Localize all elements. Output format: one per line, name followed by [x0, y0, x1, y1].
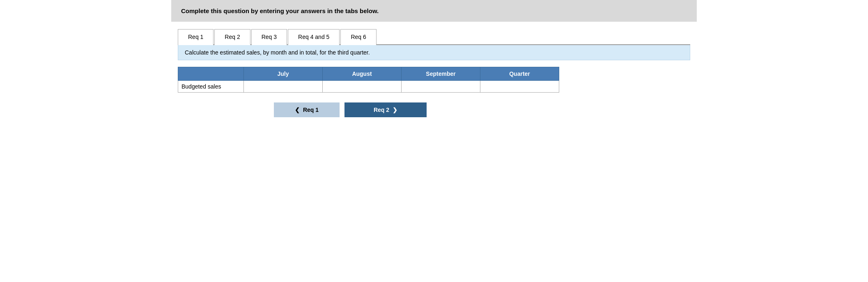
table-row: Budgeted sales [178, 81, 559, 93]
input-july[interactable] [244, 81, 322, 92]
page-wrapper: Complete this question by entering your … [171, 0, 697, 117]
input-quarter[interactable] [480, 81, 559, 92]
instruction-bar: Calculate the estimated sales, by month … [178, 45, 690, 60]
prev-chevron-icon: ❮ [295, 107, 300, 113]
prev-button[interactable]: ❮ Req 1 [274, 102, 340, 117]
next-chevron-icon: ❯ [393, 107, 397, 113]
next-button-label: Req 2 [374, 107, 389, 113]
col-header-july: July [244, 67, 323, 81]
tab-req3[interactable]: Req 3 [251, 29, 287, 45]
tab-req2[interactable]: Req 2 [214, 29, 250, 45]
row-label-budgeted-sales: Budgeted sales [178, 81, 244, 93]
cell-july [244, 81, 323, 93]
tab-req1[interactable]: Req 1 [178, 29, 214, 45]
header-banner: Complete this question by entering your … [171, 0, 697, 22]
cell-august [323, 81, 402, 93]
col-header-empty [178, 67, 244, 81]
tabs-container: Req 1 Req 2 Req 3 Req 4 and 5 Req 6 [178, 28, 690, 45]
cell-september [402, 81, 480, 93]
next-button[interactable]: Req 2 ❯ [344, 102, 427, 117]
input-august[interactable] [323, 81, 401, 92]
col-header-september: September [402, 67, 480, 81]
cell-quarter [480, 81, 559, 93]
prev-button-label: Req 1 [303, 107, 319, 113]
data-table: July August September Quarter Budgeted s… [178, 67, 559, 93]
input-september[interactable] [402, 81, 480, 92]
table-section: July August September Quarter Budgeted s… [178, 67, 690, 93]
tab-req4and5[interactable]: Req 4 and 5 [288, 29, 340, 45]
tab-req6[interactable]: Req 6 [340, 29, 376, 45]
col-header-quarter: Quarter [480, 67, 559, 81]
header-instruction: Complete this question by entering your … [181, 7, 379, 14]
instruction-text: Calculate the estimated sales, by month … [185, 49, 370, 56]
table-header-row: July August September Quarter [178, 67, 559, 81]
nav-buttons: ❮ Req 1 Req 2 ❯ [274, 102, 690, 117]
col-header-august: August [323, 67, 402, 81]
